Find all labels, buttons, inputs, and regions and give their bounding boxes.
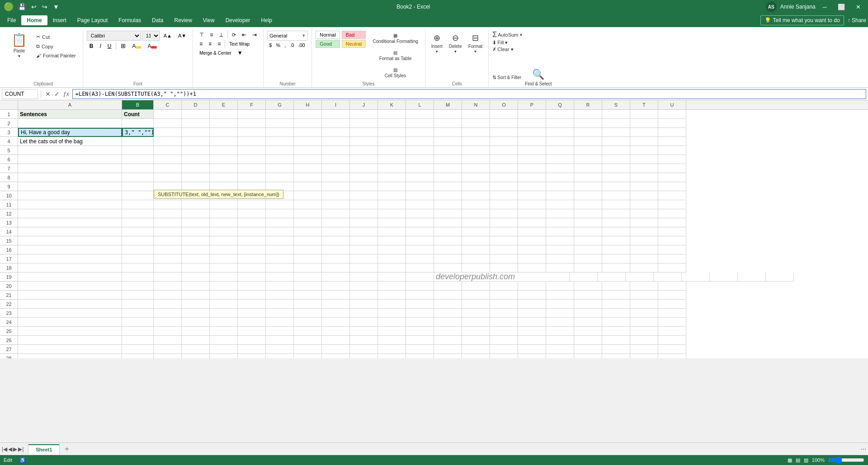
cell-j1[interactable]: [350, 110, 378, 119]
cell-s14[interactable]: [602, 227, 630, 236]
cell-s16[interactable]: [602, 245, 630, 254]
cell-j10[interactable]: [350, 191, 378, 200]
cell-d8[interactable]: [182, 173, 210, 182]
cell-n22[interactable]: [462, 300, 490, 309]
col-header-l[interactable]: L: [406, 100, 434, 109]
cell-c16[interactable]: [154, 245, 182, 254]
col-header-m[interactable]: M: [434, 100, 462, 109]
cell-f25[interactable]: [238, 327, 266, 336]
cell-f12[interactable]: [238, 209, 266, 218]
cell-i17[interactable]: [322, 254, 350, 263]
cell-t6[interactable]: [630, 155, 658, 164]
cell-o26[interactable]: [490, 336, 518, 345]
cell-h1[interactable]: [294, 110, 322, 119]
cell-g13[interactable]: [266, 218, 294, 227]
cell-h5[interactable]: [294, 146, 322, 155]
cell-g17[interactable]: [266, 254, 294, 263]
cell-h8[interactable]: [294, 173, 322, 182]
cell-e24[interactable]: [210, 318, 238, 327]
menu-file[interactable]: File: [2, 15, 21, 25]
cell-i9[interactable]: [322, 182, 350, 191]
cell-c28[interactable]: [154, 354, 182, 358]
col-header-c[interactable]: C: [154, 100, 182, 109]
cell-o16[interactable]: [490, 245, 518, 254]
cell-n12[interactable]: [462, 209, 490, 218]
cell-i28[interactable]: [322, 354, 350, 358]
cell-h28[interactable]: [294, 354, 322, 358]
cell-f24[interactable]: [238, 318, 266, 327]
cell-d2[interactable]: [182, 119, 210, 128]
cell-c17[interactable]: [154, 254, 182, 263]
cell-h12[interactable]: [294, 209, 322, 218]
cell-n4[interactable]: [462, 137, 490, 146]
cell-j5[interactable]: [350, 146, 378, 155]
cell-j11[interactable]: [350, 200, 378, 209]
cell-a21[interactable]: [18, 291, 122, 300]
cell-m10[interactable]: [434, 191, 462, 200]
cell-s12[interactable]: [602, 209, 630, 218]
cell-i10[interactable]: [322, 191, 350, 200]
cell-g6[interactable]: [266, 155, 294, 164]
cell-d18[interactable]: [182, 263, 210, 272]
currency-button[interactable]: $: [267, 42, 274, 49]
cell-n26[interactable]: [462, 336, 490, 345]
cell-a25[interactable]: [18, 327, 122, 336]
cell-r9[interactable]: [574, 182, 602, 191]
cell-f8[interactable]: [238, 173, 266, 182]
cell-f7[interactable]: [238, 164, 266, 173]
cell-j21[interactable]: [350, 291, 378, 300]
cell-j6[interactable]: [350, 155, 378, 164]
cell-j17[interactable]: [350, 254, 378, 263]
row-header-3[interactable]: 3: [0, 128, 18, 137]
menu-insert[interactable]: Insert: [47, 15, 72, 25]
cell-n3[interactable]: [462, 128, 490, 137]
row-header-23[interactable]: 23: [0, 309, 18, 318]
cell-p13[interactable]: [518, 218, 546, 227]
cell-g19[interactable]: [266, 272, 294, 282]
style-normal[interactable]: Normal: [316, 31, 340, 39]
cell-t12[interactable]: [630, 209, 658, 218]
cell-g5[interactable]: [266, 146, 294, 155]
cell-b24[interactable]: [122, 318, 154, 327]
cell-m13[interactable]: [434, 218, 462, 227]
cell-a26[interactable]: [18, 336, 122, 345]
cell-h25[interactable]: [294, 327, 322, 336]
cell-m15[interactable]: [434, 236, 462, 245]
cell-l3[interactable]: [406, 128, 434, 137]
format-as-table-button[interactable]: ▤ Format as Table: [369, 48, 421, 63]
cell-m23[interactable]: [434, 309, 462, 318]
cell-p2[interactable]: [518, 119, 546, 128]
cell-t2[interactable]: [630, 119, 658, 128]
cell-o13[interactable]: [490, 218, 518, 227]
cell-k8[interactable]: [378, 173, 406, 182]
cell-t9[interactable]: [630, 182, 658, 191]
cell-c14[interactable]: [154, 227, 182, 236]
cell-g20[interactable]: [266, 282, 294, 291]
cell-o7[interactable]: [490, 164, 518, 173]
cell-e27[interactable]: [210, 345, 238, 354]
cell-a19[interactable]: [18, 272, 122, 282]
cell-a6[interactable]: [18, 155, 122, 164]
cell-d26[interactable]: [182, 336, 210, 345]
cell-q19[interactable]: [654, 272, 682, 282]
cell-n15[interactable]: [462, 236, 490, 245]
cell-m14[interactable]: [434, 227, 462, 236]
cell-f19[interactable]: [238, 272, 266, 282]
cell-a10[interactable]: [18, 191, 122, 200]
cell-e13[interactable]: [210, 218, 238, 227]
percent-button[interactable]: %: [274, 42, 282, 49]
cell-l28[interactable]: [406, 354, 434, 358]
cell-m1[interactable]: [434, 110, 462, 119]
cell-p1[interactable]: [518, 110, 546, 119]
cell-i25[interactable]: [322, 327, 350, 336]
cell-c23[interactable]: [154, 309, 182, 318]
cell-n25[interactable]: [462, 327, 490, 336]
close-button[interactable]: ✕: [852, 3, 864, 11]
cell-p12[interactable]: [518, 209, 546, 218]
cell-n18[interactable]: [462, 263, 490, 272]
cell-m24[interactable]: [434, 318, 462, 327]
cell-o17[interactable]: [490, 254, 518, 263]
orientation-button[interactable]: ⟳: [229, 31, 239, 39]
cell-b26[interactable]: [122, 336, 154, 345]
top-align-button[interactable]: ⊤: [197, 31, 207, 39]
